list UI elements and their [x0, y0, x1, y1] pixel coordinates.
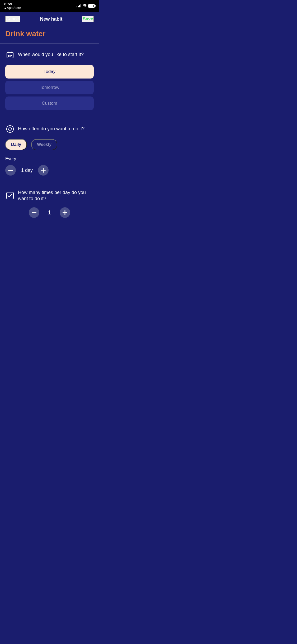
times-counter-row: 1	[5, 207, 94, 218]
start-question-text: When would you like to start it?	[18, 52, 84, 58]
svg-rect-6	[10, 55, 11, 56]
svg-rect-13	[8, 170, 13, 171]
cancel-button[interactable]: Cancel	[5, 16, 20, 22]
day-count-value: 1 day	[21, 168, 33, 173]
decrease-day-button[interactable]	[5, 165, 16, 176]
svg-point-0	[84, 7, 85, 7]
start-section: When would you like to start it? Today T…	[0, 44, 99, 118]
svg-rect-15	[41, 170, 46, 171]
day-counter-row: 1 day	[5, 165, 94, 176]
frequency-section: How often do you want to do it? Daily We…	[0, 118, 99, 183]
daily-tab[interactable]: Daily	[5, 139, 27, 150]
nav-bar: Cancel New habit Save	[0, 12, 99, 25]
weekly-tab[interactable]: Weekly	[31, 139, 57, 150]
checkbox-icon	[5, 191, 15, 200]
increase-day-button[interactable]	[38, 165, 49, 176]
back-chevron: ◀	[4, 7, 6, 10]
svg-point-10	[7, 126, 13, 132]
start-question-row: When would you like to start it?	[5, 50, 94, 59]
svg-rect-17	[32, 212, 36, 213]
status-time: 8:59	[4, 2, 12, 6]
custom-option[interactable]: Custom	[5, 96, 94, 110]
today-option[interactable]: Today	[5, 65, 94, 79]
frequency-question-text: How often do you want to do it?	[18, 126, 84, 132]
signal-icon	[77, 4, 81, 7]
times-count-value: 1	[48, 209, 51, 216]
times-section: How many times per day do you want to do…	[0, 183, 99, 222]
habit-name-section: Drink water	[0, 25, 99, 43]
decrease-times-button[interactable]	[29, 207, 39, 218]
calendar-icon	[5, 50, 15, 59]
svg-rect-19	[63, 212, 67, 213]
status-appstore: ◀ App Store	[4, 6, 21, 10]
page-title: New habit	[40, 16, 63, 22]
svg-rect-9	[10, 56, 11, 57]
start-options: Today Tomorrow Custom	[5, 65, 94, 110]
every-label: Every	[5, 157, 94, 161]
increase-times-button[interactable]	[60, 207, 70, 218]
svg-rect-8	[8, 56, 9, 57]
save-button[interactable]: Save	[82, 16, 94, 22]
status-left: 8:59 ◀ App Store	[4, 2, 21, 10]
svg-rect-3	[11, 52, 12, 53]
times-question-row: How many times per day do you want to do…	[5, 190, 94, 202]
times-question-text: How many times per day do you want to do…	[18, 190, 94, 202]
battery-icon	[88, 4, 95, 8]
status-bar: 8:59 ◀ App Store	[0, 0, 99, 12]
svg-rect-7	[11, 55, 12, 56]
habit-name[interactable]: Drink water	[5, 30, 94, 38]
svg-rect-5	[8, 55, 9, 56]
status-right	[77, 4, 95, 8]
svg-rect-2	[8, 52, 9, 53]
refresh-icon	[5, 124, 15, 134]
frequency-question-row: How often do you want to do it?	[5, 124, 94, 134]
frequency-tabs: Daily Weekly	[5, 139, 94, 150]
wifi-icon	[83, 4, 87, 8]
tomorrow-option[interactable]: Tomorrow	[5, 81, 94, 94]
